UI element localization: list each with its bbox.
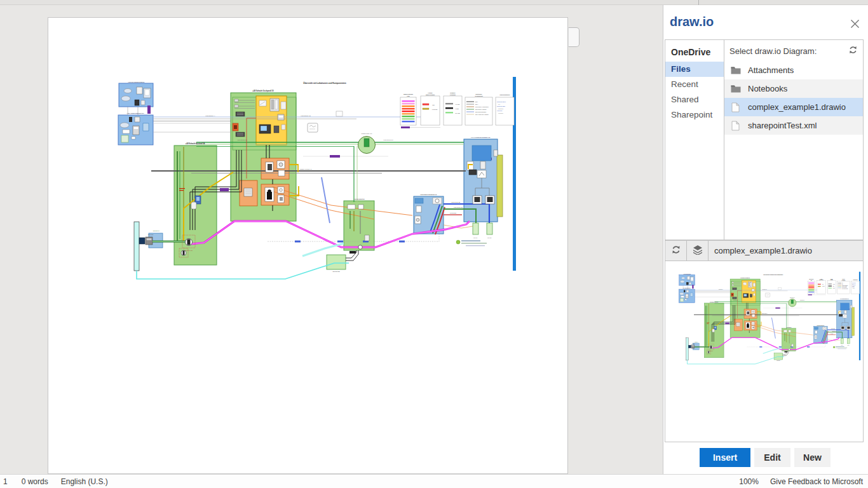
svg-text:FSA02: FSA02 bbox=[487, 237, 492, 238]
svg-text:Wasser Leitung 41: Wasser Leitung 41 bbox=[299, 168, 312, 170]
svg-text:vorhanden: vorhanden bbox=[852, 288, 855, 288]
svg-text:+FG Fernsteuerschacht 1/2: +FG Fernsteuerschacht 1/2 bbox=[471, 137, 491, 139]
svg-text:+LB Anlagenstandort 5A: +LB Anlagenstandort 5A bbox=[682, 287, 691, 288]
preview-layers-button[interactable] bbox=[687, 241, 709, 261]
svg-text:Kabelstrang 4A: Kabelstrang 4A bbox=[719, 288, 723, 290]
file-icon bbox=[730, 102, 741, 112]
preview-diagram-svg: GasKondensat10 GbE1 GbE100 MbESE 1230 VG… bbox=[677, 271, 862, 365]
window-top-strip bbox=[0, 0, 868, 5]
preview-refresh-button[interactable] bbox=[665, 241, 687, 261]
status-bar: 1 0 words English (U.S.) 100% Give Feedb… bbox=[0, 474, 868, 488]
svg-text:GWS: GWS bbox=[811, 280, 812, 281]
file-list: Select draw.io Diagram: Attachments bbox=[724, 40, 863, 240]
svg-text:+LB Schacht Gschpandl 30: +LB Schacht Gschpandl 30 bbox=[252, 90, 274, 92]
svg-text:SE 1: SE 1 bbox=[475, 101, 478, 102]
svg-text:+LB Schacht Gschpandl 30: +LB Schacht Gschpandl 30 bbox=[740, 277, 750, 278]
nav-header-onedrive: OneDrive bbox=[665, 44, 724, 62]
storage-nav: OneDrive Files Recent Shared Sharepoint bbox=[665, 40, 724, 240]
file-browser: OneDrive Files Recent Shared Sharepoint … bbox=[665, 39, 864, 240]
preview-toolbar: complex_example1.drawio bbox=[665, 241, 863, 261]
svg-text:Wasserleitungen: Wasserleitungen bbox=[809, 278, 813, 280]
file-name: sharepointTest.xml bbox=[748, 121, 817, 130]
svg-text:+FG Fernsteuerschacht 1/2: +FG Fernsteuerschacht 1/2 bbox=[840, 299, 849, 300]
svg-text:100 MbE: 100 MbE bbox=[455, 112, 460, 114]
svg-text:Gasübergabe 5/1: Gasübergabe 5/1 bbox=[362, 133, 373, 134]
svg-text:Kabelstrang 2N: Kabelstrang 2N bbox=[832, 330, 836, 332]
new-button[interactable]: New bbox=[794, 448, 831, 467]
svg-text:Übersicht mit Lokationen und K: Übersicht mit Lokationen und Komponenten bbox=[303, 81, 346, 85]
svg-text:Wasser Leitung 41: Wasser Leitung 41 bbox=[762, 313, 768, 314]
file-row-notebooks[interactable]: Notebooks bbox=[724, 79, 863, 98]
svg-text:Kabelschutzrohre: Kabelschutzrohre bbox=[853, 279, 858, 280]
taskpane-actions: Insert Edit New bbox=[700, 448, 831, 467]
svg-text:Zuleitung: Zuleitung bbox=[148, 234, 154, 235]
zoom-level[interactable]: 100% bbox=[739, 477, 759, 486]
language-indicator[interactable]: English (U.S.) bbox=[61, 477, 108, 486]
svg-text:1 GbE: 1 GbE bbox=[832, 286, 834, 287]
svg-text:Übersicht mit Lokationen und K: Übersicht mit Lokationen und Komponenten bbox=[763, 274, 783, 275]
svg-text:+LB Schacht B: +LB Schacht B bbox=[354, 198, 365, 200]
svg-text:Kondensat: Kondensat bbox=[432, 109, 438, 110]
svg-text:GWM interne Verbindungen: GWM interne Verbindungen bbox=[475, 106, 489, 107]
svg-text:Kabelstrang 5W: Kabelstrang 5W bbox=[383, 139, 393, 140]
close-icon[interactable] bbox=[850, 18, 860, 29]
nav-item-sharepoint[interactable]: Sharepoint bbox=[665, 107, 724, 123]
file-row-complex-example[interactable]: complex_example1.drawio bbox=[724, 98, 863, 116]
svg-text:Kabelstrang 4A: Kabelstrang 4A bbox=[205, 115, 215, 116]
svg-text:+LB Drückerschacht 10: +LB Drückerschacht 10 bbox=[420, 194, 437, 196]
folder-icon bbox=[730, 66, 741, 74]
svg-text:Elektrische: Elektrische bbox=[842, 278, 845, 280]
svg-text:+LB Anlagenstandort 5A: +LB Anlagenstandort 5A bbox=[126, 112, 144, 114]
word-count[interactable]: 0 words bbox=[22, 477, 48, 486]
svg-text:Verbindungen: Verbindungen bbox=[475, 95, 483, 97]
preview-canvas: GasKondensat10 GbE1 GbE100 MbESE 1230 VG… bbox=[665, 261, 863, 432]
svg-text:Schutzrohr DN50: Schutzrohr DN50 bbox=[497, 105, 505, 107]
svg-text:Schacht 5V: Schacht 5V bbox=[153, 230, 160, 231]
svg-text:FSA02: FSA02 bbox=[848, 344, 850, 346]
svg-text:neu: neu bbox=[498, 104, 500, 105]
nav-item-recent[interactable]: Recent bbox=[665, 77, 724, 92]
nav-item-shared[interactable]: Shared bbox=[665, 92, 724, 107]
taskpane-title: draw.io bbox=[670, 15, 714, 29]
file-row-attachments[interactable]: Attachments bbox=[724, 61, 863, 79]
svg-text:Regler 5AB: Regler 5AB bbox=[185, 250, 193, 251]
svg-text:Gas: Gas bbox=[432, 104, 435, 105]
svg-text:Kabelschutzrohre: Kabelschutzrohre bbox=[500, 94, 510, 95]
svg-text:Kabelstrang 5G: Kabelstrang 5G bbox=[237, 139, 247, 140]
pane-splitter[interactable] bbox=[698, 0, 699, 5]
margin-collapse-tab[interactable] bbox=[568, 27, 580, 47]
svg-text:Leitung: Leitung bbox=[428, 92, 433, 93]
svg-text:Kabelstrang 2B: Kabelstrang 2B bbox=[451, 201, 461, 203]
svg-text:+LB Übernahmestation: +LB Übernahmestation bbox=[683, 273, 691, 274]
svg-text:+LB Übernahmestation: +LB Übernahmestation bbox=[128, 81, 145, 83]
file-name: complex_example1.drawio bbox=[748, 102, 846, 112]
page-number[interactable]: 1 bbox=[3, 477, 8, 486]
refresh-icon[interactable] bbox=[848, 45, 858, 57]
svg-text:Kabelkanal: Kabelkanal bbox=[497, 110, 503, 111]
refresh-icon bbox=[671, 245, 681, 257]
svg-text:SPS-System Ausgänge: SPS-System Ausgänge bbox=[475, 109, 487, 110]
embedded-diagram[interactable]: GasKondensat10 GbE1 GbE100 MbESE 1230 VG… bbox=[115, 75, 519, 281]
preview-widget: complex_example1.drawio GasKondensat10 G… bbox=[665, 240, 864, 442]
layers-icon bbox=[693, 245, 703, 257]
svg-text:Leitungen: Leitungen bbox=[450, 94, 456, 95]
insert-button[interactable]: Insert bbox=[700, 448, 750, 467]
edit-button[interactable]: Edit bbox=[754, 448, 790, 467]
nav-item-files[interactable]: Files bbox=[665, 62, 724, 77]
file-icon bbox=[730, 121, 741, 131]
svg-text:+LB Schacht B: +LB Schacht B bbox=[787, 327, 792, 328]
svg-text:Zuleitung: Zuleitung bbox=[693, 342, 695, 344]
svg-text:Schacht 5V: Schacht 5V bbox=[695, 341, 698, 342]
drawio-taskpane: draw.io OneDrive Files Recent Shared Sha… bbox=[663, 5, 868, 474]
svg-text:Kabelstrang 2B: Kabelstrang 2B bbox=[831, 328, 836, 329]
file-row-sharepoint-test[interactable]: sharepointTest.xml bbox=[724, 116, 863, 135]
svg-text:Kabelstrang 4B: Kabelstrang 4B bbox=[301, 115, 311, 116]
svg-text:+LB Schacht Ausland 5A: +LB Schacht Ausland 5A bbox=[186, 142, 205, 145]
svg-text:Gasübergabe 5/1: Gasübergabe 5/1 bbox=[790, 297, 795, 298]
svg-text:SPS-System Eingänge: SPS-System Eingänge bbox=[475, 111, 486, 112]
svg-text:Wasserleitungen: Wasserleitungen bbox=[403, 93, 414, 95]
feedback-link[interactable]: Give Feedback to Microsoft bbox=[770, 477, 863, 486]
document-page[interactable]: GasKondensat10 GbE1 GbE100 MbESE 1230 VG… bbox=[48, 17, 568, 474]
svg-text:Netzwerk: Netzwerk bbox=[450, 92, 456, 93]
svg-text:Netzwerk: Netzwerk bbox=[831, 278, 833, 280]
